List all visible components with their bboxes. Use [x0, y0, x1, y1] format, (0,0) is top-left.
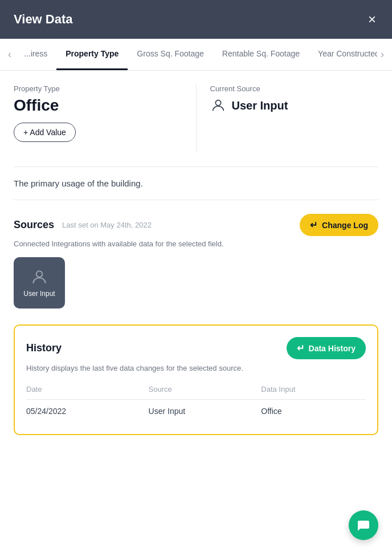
modal-header: View Data ×: [0, 0, 392, 39]
svg-point-1: [36, 271, 43, 277]
property-type-label: Property Type: [14, 84, 182, 93]
history-header: History ↵ Data History: [26, 337, 366, 359]
col-source: Source: [149, 383, 262, 400]
row-source: User Input: [149, 400, 262, 423]
col-data-input: Data Input: [261, 383, 366, 400]
chat-icon: [357, 518, 370, 532]
top-section: Property Type Office + Add Value Current…: [14, 84, 378, 153]
sources-description: Connected Integrations with available da…: [14, 240, 378, 248]
description-text: The primary usage of the building.: [14, 167, 378, 200]
sources-date: Last set on May 24th, 2022: [62, 221, 152, 229]
tab-property-type[interactable]: Property Type: [56, 39, 128, 70]
modal: View Data × ‹ ...iress Property Type Gro…: [0, 0, 392, 556]
history-section: History ↵ Data History History displays …: [14, 324, 378, 435]
history-title: History: [26, 342, 62, 354]
history-description: History displays the last five data chan…: [26, 364, 366, 372]
person-icon: [210, 98, 226, 113]
content-area: Property Type Office + Add Value Current…: [0, 71, 392, 556]
tab-gross-sq[interactable]: Gross Sq. Footage: [128, 39, 213, 70]
table-row: 05/24/2022 User Input Office: [26, 400, 366, 423]
property-type-value: Office: [14, 96, 182, 115]
tabs-container: ‹ ...iress Property Type Gross Sq. Foota…: [0, 39, 392, 71]
data-history-arrow-icon: ↵: [297, 343, 304, 354]
current-source-row: User Input: [210, 98, 379, 113]
tab-prev-button[interactable]: ‹: [5, 39, 15, 70]
tab-rentable-sq[interactable]: Rentable Sq. Footage: [213, 39, 309, 70]
change-log-label: Change Log: [322, 221, 368, 230]
add-value-button[interactable]: + Add Value: [14, 123, 76, 142]
change-log-button[interactable]: ↵ Change Log: [300, 214, 378, 236]
change-log-arrow-icon: ↵: [310, 220, 317, 230]
tab-year-constructed[interactable]: Year Constructed: [309, 39, 377, 70]
tabs-list: ...iress Property Type Gross Sq. Footage…: [15, 39, 377, 70]
sources-header: Sources Last set on May 24th, 2022 ↵ Cha…: [14, 214, 378, 236]
left-panel: Property Type Office + Add Value: [14, 84, 197, 153]
svg-point-0: [215, 100, 220, 105]
close-button[interactable]: ×: [366, 10, 378, 29]
row-date: 05/24/2022: [26, 400, 149, 423]
current-source-label: Current Source: [210, 84, 379, 93]
user-input-person-icon: [30, 268, 48, 286]
user-input-card-label: User Input: [23, 290, 55, 298]
sources-title: Sources: [14, 219, 54, 231]
sources-title-row: Sources Last set on May 24th, 2022: [14, 219, 152, 231]
data-history-button[interactable]: ↵ Data History: [287, 337, 366, 359]
col-date: Date: [26, 383, 149, 400]
tab-next-button[interactable]: ›: [377, 39, 387, 70]
modal-title: View Data: [14, 12, 73, 27]
history-table: Date Source Data Input 05/24/2022 User I…: [26, 383, 366, 423]
row-data-input: Office: [261, 400, 366, 423]
right-panel: Current Source User Input: [197, 84, 379, 153]
data-history-label: Data History: [309, 344, 356, 353]
sources-section: Sources Last set on May 24th, 2022 ↵ Cha…: [14, 214, 378, 309]
current-source-value: User Input: [232, 99, 288, 112]
tab-address[interactable]: ...iress: [15, 39, 56, 70]
user-input-card[interactable]: User Input: [14, 257, 65, 309]
chat-fab-button[interactable]: [349, 510, 378, 540]
